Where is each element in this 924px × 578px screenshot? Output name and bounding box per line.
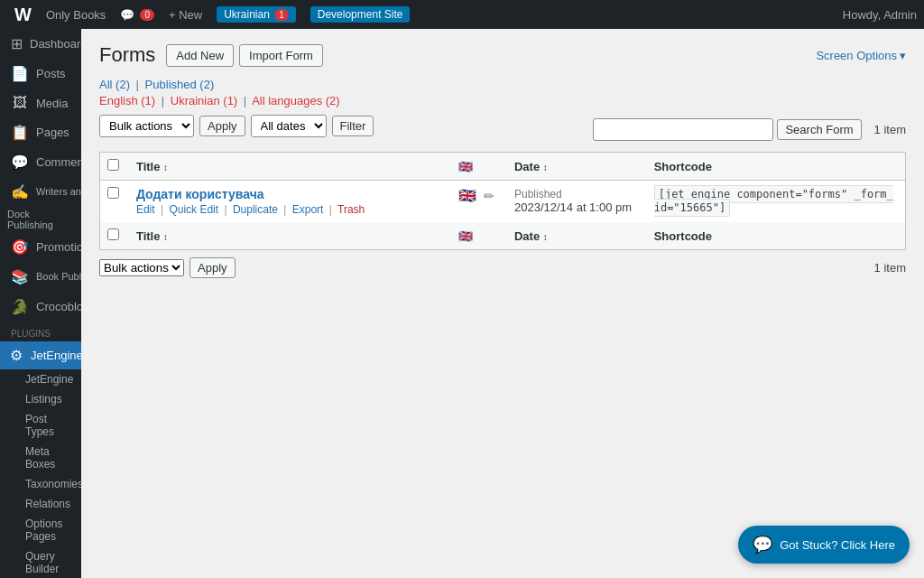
row-shortcode-cell: [jet_engine component="forms" _form_id="… (645, 181, 906, 223)
jetengine-icon: ⚙ (7, 347, 25, 364)
jetengine-submenu: JetEngine Listings Post Types Meta Boxes… (0, 369, 81, 578)
row-title-link[interactable]: Додати користувача (136, 187, 440, 201)
shortcode-value: [jet_engine component="forms" _form_id="… (654, 185, 893, 217)
th-date[interactable]: Date ↕ (505, 153, 645, 181)
filter-ukrainian[interactable]: Ukrainian (1) (171, 94, 237, 107)
screen-options-arrow: ▾ (900, 49, 906, 62)
filter-english[interactable]: English (1) (99, 94, 155, 107)
date-sort-arrow: ↕ (543, 163, 548, 172)
sidebar-item-pages[interactable]: 📋 Pages (0, 117, 81, 147)
th-lang-foot: 🇬🇧 (449, 222, 505, 250)
filter-links: All (2) | Published (2) English (1) | Uk… (99, 78, 906, 107)
submenu-meta-boxes[interactable]: Meta Boxes (0, 442, 81, 474)
apply-button-top[interactable]: Apply (199, 116, 245, 136)
book-publishing-icon: 📚 (11, 268, 29, 285)
row-action-edit[interactable]: Edit (136, 203, 155, 216)
add-new-button[interactable]: Add New (166, 44, 234, 67)
pages-icon: 📋 (11, 124, 29, 141)
submenu-taxonomies[interactable]: Taxonomies (0, 474, 81, 494)
apply-button-bottom[interactable]: Apply (189, 257, 236, 278)
forms-table: Title ↕ 🇬🇧 Date ↕ Shortcode (99, 152, 906, 250)
sidebar: ⊞ Dashboard 📄 Posts 🖼 Media 📋 Pages 💬 Co… (0, 29, 81, 578)
bulk-actions-select-bottom[interactable]: Bulk actions (99, 259, 184, 276)
row-action-quick-edit[interactable]: Quick Edit (169, 203, 218, 216)
row-action-trash[interactable]: Trash (337, 203, 365, 216)
got-stuck-button[interactable]: 💬 Got Stuck? Click Here (738, 526, 910, 564)
import-form-button[interactable]: Import Form (239, 44, 323, 67)
check-all-foot-checkbox[interactable] (107, 228, 119, 240)
row-action-duplicate[interactable]: Duplicate (233, 203, 278, 216)
search-form-button[interactable]: Search Form (777, 119, 861, 140)
sidebar-item-writers[interactable]: ✍ Writers and Book Authors (0, 177, 81, 207)
th-lang: 🇬🇧 (449, 153, 505, 181)
comments-count: 0 (140, 9, 154, 21)
adminbar-new[interactable]: + New (162, 0, 209, 29)
title-sort-arrow-foot: ↕ (163, 232, 168, 242)
got-stuck-label: Got Stuck? Click Here (780, 538, 895, 552)
sidebar-item-crocoblock[interactable]: 🐊 Crocoblock (0, 292, 81, 322)
search-input[interactable] (593, 118, 773, 141)
sidebar-item-promotions[interactable]: 🎯 Promotions (0, 232, 81, 262)
posts-icon: 📄 (11, 65, 29, 82)
filter-published[interactable]: Published (2) (145, 78, 215, 91)
check-all-th (100, 153, 127, 181)
table-header-row: Title ↕ 🇬🇧 Date ↕ Shortcode (100, 153, 906, 181)
filter-all-languages[interactable]: All languages (2) (252, 94, 340, 107)
search-form: Search Form (593, 118, 861, 141)
submenu-query-builder[interactable]: Query Builder (0, 546, 81, 578)
table-row: Додати користувача Edit | Quick Edit | D… (100, 181, 906, 223)
sidebar-item-media[interactable]: 🖼 Media (0, 89, 81, 117)
row-checkbox[interactable] (107, 187, 119, 199)
adminbar-language[interactable]: Ukrainian 1 (209, 0, 303, 29)
plugins-section-label: PLUGINS (0, 322, 81, 341)
admin-bar: W Only Books 💬 0 + New Ukrainian 1 Devel… (0, 0, 924, 29)
title-sort-arrow: ↕ (163, 163, 168, 172)
submenu-post-types[interactable]: Post Types (0, 409, 81, 442)
screen-options[interactable]: Screen Options ▾ (816, 49, 906, 62)
dashboard-icon: ⊞ (11, 35, 23, 52)
flag-icon-header: 🇬🇧 (458, 160, 473, 173)
tablenav-bottom: Bulk actions Apply 1 item (99, 257, 906, 278)
th-shortcode-foot: Shortcode (645, 222, 906, 250)
submenu-options-pages[interactable]: Options Pages (0, 514, 81, 546)
crocoblock-icon: 🐊 (11, 298, 29, 315)
check-all-checkbox[interactable] (107, 159, 119, 171)
sidebar-item-dashboard[interactable]: ⊞ Dashboard (0, 29, 81, 59)
item-count-bottom: 1 item (874, 261, 906, 275)
row-actions: Edit | Quick Edit | Duplicate | Export |… (136, 203, 440, 216)
th-title[interactable]: Title ↕ (127, 153, 449, 181)
sidebar-item-comments[interactable]: 💬 Comments (0, 147, 81, 177)
th-title-foot[interactable]: Title ↕ (127, 222, 449, 250)
adminbar-site-name[interactable]: Only Books (39, 0, 113, 29)
all-dates-select[interactable]: All dates (251, 115, 327, 137)
item-count-top: 1 item (874, 123, 906, 136)
row-edit-pencil[interactable]: ✏ (484, 189, 494, 203)
language-filter-links: English (1) | Ukrainian (1) | All langua… (99, 94, 906, 107)
comments-nav-icon: 💬 (11, 154, 29, 171)
page-title: Forms (99, 43, 155, 67)
submenu-relations[interactable]: Relations (0, 494, 81, 514)
row-title-cell: Додати користувача Edit | Quick Edit | D… (127, 181, 449, 223)
sidebar-item-jetengine[interactable]: ⚙ JetEngine (0, 341, 81, 369)
filter-button[interactable]: Filter (332, 116, 374, 136)
adminbar-comments[interactable]: 💬 0 (113, 0, 162, 29)
adminbar-howdy: Howdy, Admin (843, 8, 917, 22)
sidebar-item-posts[interactable]: 📄 Posts (0, 59, 81, 89)
adminbar-wp-logo[interactable]: W (7, 0, 39, 29)
filter-all[interactable]: All (2) (99, 78, 130, 91)
sidebar-item-book-publishing[interactable]: 📚 Book Publishing Companies (0, 262, 81, 292)
bulk-actions-select-top[interactable]: Bulk actions (99, 115, 194, 137)
flag-icon-footer: 🇬🇧 (458, 229, 473, 243)
submenu-listings[interactable]: Listings (0, 389, 81, 409)
table-footer-row: Title ↕ 🇬🇧 Date ↕ Shortcode (100, 222, 906, 250)
media-icon: 🖼 (11, 95, 29, 111)
adminbar-dev-site[interactable]: Development Site (303, 0, 418, 29)
main-content: Forms Add New Import Form Screen Options… (81, 29, 924, 578)
row-date-cell: Published 2023/12/14 at 1:00 pm (505, 181, 645, 223)
check-all-foot-th (100, 222, 127, 250)
row-action-export[interactable]: Export (292, 203, 324, 216)
th-date-foot[interactable]: Date ↕ (505, 222, 645, 250)
submenu-jetengine[interactable]: JetEngine (0, 369, 81, 389)
got-stuck-icon: 💬 (753, 535, 772, 555)
th-shortcode: Shortcode (645, 153, 906, 181)
